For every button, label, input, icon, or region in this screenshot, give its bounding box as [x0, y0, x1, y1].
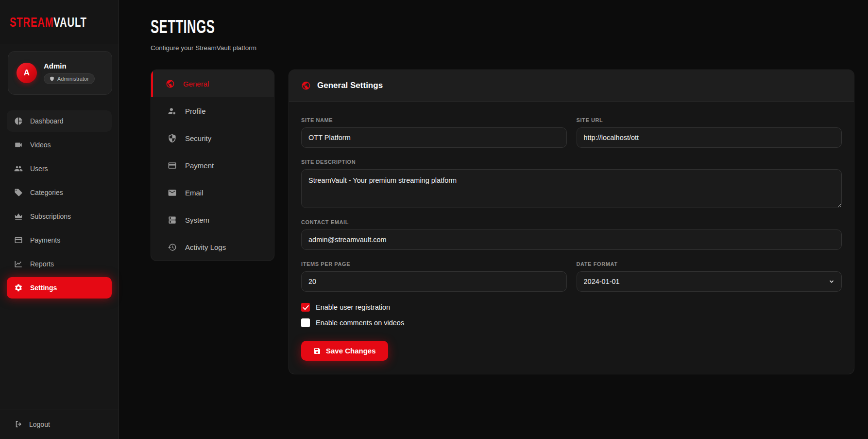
- page-subtitle: Configure your StreamVault platform: [151, 44, 854, 52]
- date-format-label: DATE FORMAT: [577, 261, 842, 267]
- enable-comments-checkbox[interactable]: [301, 318, 310, 327]
- enable-registration-label: Enable user registration: [316, 303, 390, 311]
- sidebar-item-label: Settings: [30, 284, 57, 292]
- logout-icon: [15, 420, 23, 428]
- sidebar-item-label: Payments: [30, 236, 60, 244]
- role-badge-label: Administrator: [57, 76, 89, 82]
- logout-label: Logout: [29, 421, 50, 428]
- brand-logo: STREAMVAULT: [10, 14, 87, 30]
- site-description-textarea[interactable]: StreamVault - Your premium streaming pla…: [301, 169, 842, 208]
- globe-icon: [166, 79, 175, 88]
- date-format-select[interactable]: 2024-01-01: [577, 271, 842, 292]
- shield-icon: [168, 134, 177, 143]
- panel-title: General Settings: [317, 81, 383, 90]
- sidebar-item-subscriptions[interactable]: Subscriptions: [7, 206, 112, 227]
- sidebar-item-label: Categories: [30, 189, 63, 196]
- role-badge: Administrator: [44, 73, 95, 84]
- sidebar-item-label: Dashboard: [30, 117, 64, 125]
- site-description-label: SITE DESCRIPTION: [301, 159, 842, 165]
- tab-activity-logs[interactable]: Activity Logs: [151, 233, 274, 261]
- globe-icon: [301, 81, 311, 90]
- main-content: SETTINGS Configure your StreamVault plat…: [119, 0, 868, 439]
- contact-email-input[interactable]: [301, 229, 842, 250]
- brand-logo-stream: STREAM: [10, 14, 53, 29]
- sidebar-item-reports[interactable]: Reports: [7, 253, 112, 275]
- logout-button[interactable]: Logout: [0, 409, 119, 439]
- pie-chart-icon: [14, 117, 23, 125]
- tab-email[interactable]: Email: [151, 179, 274, 206]
- sidebar-item-label: Users: [30, 165, 48, 173]
- contact-email-label: CONTACT EMAIL: [301, 219, 842, 225]
- site-url-label: SITE URL: [577, 117, 842, 123]
- site-description-field-group: SITE DESCRIPTION StreamVault - Your prem…: [301, 159, 842, 208]
- tab-label: Email: [185, 189, 204, 197]
- sidebar-item-label: Reports: [30, 260, 54, 268]
- sidebar-item-label: Subscriptions: [30, 212, 71, 220]
- shield-icon: [50, 76, 54, 81]
- site-name-input[interactable]: [301, 127, 567, 148]
- admin-profile-card: A Admin Administrator: [8, 51, 112, 95]
- user-name: Admin: [44, 62, 95, 70]
- users-icon: [14, 164, 23, 173]
- tab-label: Payment: [185, 161, 214, 170]
- save-changes-button[interactable]: Save Changes: [301, 341, 388, 361]
- site-name-field-group: SITE NAME: [301, 117, 567, 148]
- sidebar-item-categories[interactable]: Categories: [7, 182, 112, 203]
- tab-label: System: [185, 216, 209, 224]
- tab-security[interactable]: Security: [151, 124, 274, 152]
- envelope-icon: [168, 188, 177, 197]
- brand-logo-vault: VAULT: [53, 14, 86, 29]
- tab-profile[interactable]: Profile: [151, 97, 274, 124]
- date-format-field-group: DATE FORMAT 2024-01-01: [577, 261, 842, 292]
- video-camera-icon: [14, 140, 23, 149]
- site-url-input[interactable]: [577, 127, 842, 148]
- enable-registration-row: Enable user registration: [301, 303, 842, 312]
- crown-icon: [14, 212, 23, 221]
- page-title: SETTINGS: [151, 17, 685, 38]
- items-per-page-input[interactable]: [301, 271, 567, 292]
- tab-label: Profile: [185, 107, 206, 115]
- avatar: A: [17, 63, 37, 83]
- user-gear-icon: [168, 106, 177, 116]
- sidebar: STREAMVAULT A Admin Administrator Dashbo…: [0, 0, 119, 439]
- tab-label: General: [183, 80, 209, 88]
- sidebar-item-payments[interactable]: Payments: [7, 229, 112, 251]
- enable-registration-checkbox[interactable]: [301, 303, 310, 312]
- credit-card-icon: [14, 236, 23, 245]
- history-icon: [168, 243, 177, 252]
- contact-email-field-group: CONTACT EMAIL: [301, 219, 842, 250]
- credit-card-icon: [168, 161, 177, 170]
- tab-general[interactable]: General: [151, 70, 274, 97]
- enable-comments-label: Enable comments on videos: [316, 319, 404, 327]
- items-per-page-field-group: ITEMS PER PAGE: [301, 261, 567, 292]
- logo-area: STREAMVAULT: [0, 0, 119, 44]
- tab-label: Security: [185, 134, 211, 142]
- panel-header: General Settings: [289, 70, 854, 102]
- save-icon: [313, 347, 321, 355]
- server-icon: [168, 215, 177, 225]
- tab-system[interactable]: System: [151, 206, 274, 233]
- save-changes-label: Save Changes: [326, 347, 376, 355]
- general-settings-panel: General Settings SITE NAME SITE URL SITE…: [289, 70, 854, 374]
- sidebar-item-users[interactable]: Users: [7, 158, 112, 179]
- tab-payment[interactable]: Payment: [151, 152, 274, 179]
- sidebar-nav: Dashboard Videos Users Categories Subscr…: [0, 110, 119, 301]
- sidebar-item-dashboard[interactable]: Dashboard: [7, 110, 112, 132]
- site-name-label: SITE NAME: [301, 117, 567, 123]
- enable-comments-row: Enable comments on videos: [301, 318, 842, 327]
- gear-icon: [14, 283, 23, 292]
- sidebar-item-videos[interactable]: Videos: [7, 134, 112, 156]
- site-url-field-group: SITE URL: [577, 117, 842, 148]
- tag-icon: [14, 188, 23, 197]
- panel-body: SITE NAME SITE URL SITE DESCRIPTION Stre…: [289, 102, 854, 374]
- tab-label: Activity Logs: [185, 243, 226, 251]
- sidebar-item-settings[interactable]: Settings: [7, 277, 112, 299]
- line-chart-icon: [14, 260, 23, 268]
- settings-tabs: General Profile Security Payment Email S…: [151, 70, 274, 261]
- sidebar-item-label: Videos: [30, 141, 51, 149]
- items-per-page-label: ITEMS PER PAGE: [301, 261, 567, 267]
